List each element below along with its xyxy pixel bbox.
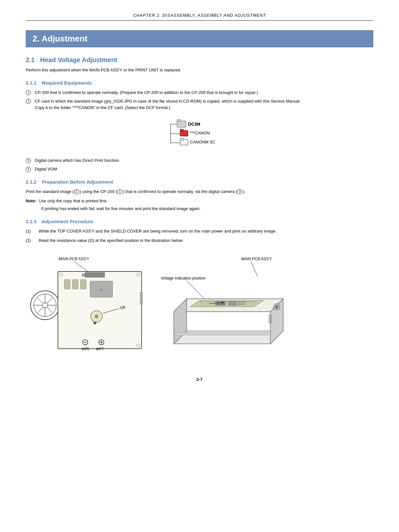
adj-item-2-num: (2) (26, 237, 39, 244)
svg-text:Voltage indication position: Voltage indication position (161, 276, 206, 280)
svg-rect-30 (72, 280, 78, 289)
svg-point-38 (94, 322, 96, 324)
svg-text:CANONM SC: CANONM SC (190, 140, 215, 144)
svg-rect-27 (85, 272, 105, 277)
svg-rect-31 (80, 280, 86, 289)
list-text-4: Digital VOM (35, 166, 373, 173)
prep-body: Print the standard image (2) using the C… (26, 188, 373, 195)
svg-rect-28 (82, 274, 85, 276)
subsection-2-1-intro: Perform this adjustment when the MAIN PC… (26, 67, 373, 74)
svg-text:IC: IC (100, 289, 103, 291)
svg-rect-50 (140, 303, 143, 304)
dcim-diagram: DCIM ***CANON CANONM SC (158, 118, 241, 151)
list-item-1: 1 CP-200 that is confirmed to operate no… (26, 89, 373, 96)
svg-text:MAIN PCB ASS'Y: MAIN PCB ASS'Y (59, 257, 89, 261)
svg-text:⊖P6: ⊖P6 (81, 347, 89, 351)
svg-text:MAIN PCB ASS'Y: MAIN PCB ASS'Y (241, 257, 272, 261)
svg-line-22 (37, 297, 43, 303)
svg-rect-3 (177, 120, 181, 122)
left-diagram-svg: MAIN PCB ASS'Y (26, 254, 148, 363)
subsubsection-2-1-1-title: 2.1.1 Required Equipments (26, 80, 373, 86)
svg-rect-47 (140, 295, 143, 297)
list-item-2: 2 CF card in which the standard image (g… (26, 98, 373, 112)
adj-item-1-num: (1) (26, 228, 39, 235)
svg-rect-7 (180, 129, 183, 131)
subsection-title-text: Head Voltage Adjustment (40, 56, 117, 63)
svg-rect-49 (140, 300, 143, 302)
svg-text:VR: VR (120, 306, 125, 310)
svg-rect-2 (177, 121, 186, 127)
diagrams-row: MAIN PCB ASS'Y (26, 254, 373, 364)
page-number: 2-7 (26, 377, 373, 382)
list-num-3: 3 (26, 157, 35, 164)
subsection-number: 2.1 (26, 56, 35, 63)
right-diagram-svg: Voltage indication position MAIN PCB ASS… (158, 254, 293, 363)
svg-rect-29 (64, 280, 70, 289)
page: CHAPTER 2. DISASSEMBLY, ASSEMBLY AND ADJ… (0, 0, 399, 532)
chapter-header: CHAPTER 2. DISASSEMBLY, ASSEMBLY AND ADJ… (26, 13, 373, 21)
svg-point-35 (95, 315, 98, 318)
note-sub: If printing has ended with fail, wait fo… (41, 206, 373, 212)
svg-rect-83 (269, 317, 272, 318)
dcim-tree-svg: DCIM ***CANON CANONM SC (164, 118, 241, 150)
list-text-1: CP-200 that is confirmed to operate norm… (35, 89, 373, 96)
svg-line-25 (37, 307, 43, 313)
svg-marker-62 (190, 300, 264, 307)
svg-rect-84 (269, 319, 272, 321)
list-text-2: CF card in which the standard image (gry… (35, 98, 373, 112)
list-item-3: 3 Digital camera which has Direct Print … (26, 157, 373, 164)
svg-line-57 (251, 261, 257, 276)
svg-rect-85 (269, 322, 272, 323)
note-text: Note: Use only the copy that is printed … (26, 198, 373, 205)
chapter-header-text: CHAPTER 2. DISASSEMBLY, ASSEMBLY AND ADJ… (133, 13, 266, 18)
section-title-box: 2. Adjustment (26, 30, 373, 47)
svg-rect-46 (140, 292, 143, 294)
list-num-4: 4 (26, 166, 35, 173)
svg-rect-74 (238, 301, 245, 305)
section-number: 2. (32, 34, 40, 43)
svg-rect-79 (175, 333, 269, 335)
svg-line-23 (47, 307, 53, 313)
svg-rect-82 (269, 315, 272, 316)
list-item-4: 4 Digital VOM (26, 166, 373, 173)
adj-item-2-text: Read the resistance value (Ω) at the spe… (39, 237, 183, 244)
section-title: Adjustment (42, 34, 88, 43)
svg-rect-48 (140, 298, 143, 299)
diagram-right: Voltage indication position MAIN PCB ASS… (158, 254, 373, 364)
subsection-2-1-title: 2.1 Head Voltage Adjustment (26, 56, 373, 64)
adj-item-1-text: While the TOP COVER ASS'Y and the SHIELD… (39, 228, 276, 235)
svg-rect-72 (216, 301, 225, 305)
adj-item-2: (2) Read the resistance value (Ω) at the… (26, 237, 373, 244)
subsubsection-2-1-2-title: 2.1.2 Preparation Before Adjustment (26, 179, 373, 185)
list-text-3: Digital camera which has Direct Print fu… (35, 157, 373, 164)
svg-text:DCIM: DCIM (188, 121, 200, 127)
svg-rect-73 (228, 301, 237, 305)
diagram-left: MAIN PCB ASS'Y (26, 254, 148, 364)
svg-line-24 (47, 297, 53, 303)
svg-rect-11 (180, 138, 183, 140)
adj-item-1: (1) While the TOP COVER ASS'Y and the SH… (26, 228, 373, 235)
list-num-1: 1 (26, 89, 35, 96)
subsubsection-2-1-3-title: 2.1.3 Adjustment Procedure (26, 219, 373, 224)
svg-text:⊕P7: ⊕P7 (96, 347, 104, 351)
svg-text:***CANON: ***CANON (190, 131, 210, 135)
list-num-2: 2 (26, 98, 35, 105)
